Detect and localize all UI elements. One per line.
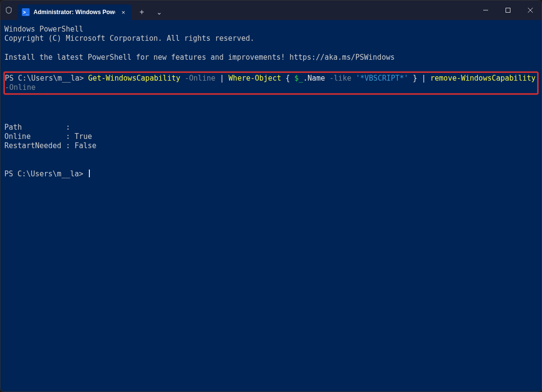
tab-dropdown-button[interactable]: ⌄ [151, 4, 168, 20]
cmd-like: -like [325, 74, 351, 83]
svg-rect-1 [506, 8, 510, 13]
output-online-label: Online : [4, 132, 75, 141]
banner-line-2: Copyright (C) Microsoft Corporation. All… [4, 34, 254, 43]
cmd-remove-capability: remove-WindowsCapability [430, 74, 536, 83]
prompt-2: PS C:\Users\m__la> [4, 170, 84, 178]
powershell-icon: >_ [22, 8, 30, 16]
cmd-dollar-under: $_ [294, 74, 303, 83]
tab-title: Administrator: Windows Powe [34, 9, 115, 16]
output-online-value: True [75, 132, 92, 141]
cmd-get-capability: Get-WindowsCapability [88, 74, 181, 83]
cmd-pipe-2: | [422, 74, 430, 83]
output-restart-label: RestartNeeded : [4, 141, 75, 150]
shield-icon [0, 0, 17, 20]
cmd-pattern: '*VBSCRIPT*' [351, 74, 408, 83]
new-tab-button[interactable]: + [134, 4, 150, 20]
cursor [89, 170, 90, 177]
titlebar: >_ Administrator: Windows Powe × + ⌄ [0, 0, 542, 20]
close-button[interactable] [519, 0, 542, 20]
output-path: Path : [4, 123, 70, 132]
tab-actions: + ⌄ [134, 0, 168, 20]
cmd-pipe-1: | [216, 74, 229, 83]
cmd-dot-name: .Name [303, 74, 325, 83]
maximize-button[interactable] [497, 0, 519, 20]
cmd-online-param-1: -Online [180, 74, 215, 83]
tab-powershell[interactable]: >_ Administrator: Windows Powe × [17, 4, 132, 20]
output-restart-value: False [75, 141, 97, 150]
tab-close-button[interactable]: × [119, 9, 128, 16]
titlebar-left: >_ Administrator: Windows Powe × + ⌄ [0, 0, 168, 20]
window-controls [474, 0, 542, 20]
install-hint: Install the latest PowerShell for new fe… [4, 53, 395, 62]
cmd-brace-close: } [408, 74, 422, 83]
cmd-where-object: Where-Object [229, 74, 281, 83]
terminal-body[interactable]: Windows PowerShell Copyright (C) Microso… [0, 20, 542, 392]
cmd-brace-open: { [281, 74, 294, 83]
command-highlight-box: PS C:\Users\m__la> Get-WindowsCapability… [3, 71, 539, 95]
banner-line-1: Windows PowerShell [4, 25, 84, 34]
prompt-1: PS C:\Users\m__la> [5, 74, 88, 83]
minimize-button[interactable] [474, 0, 497, 20]
